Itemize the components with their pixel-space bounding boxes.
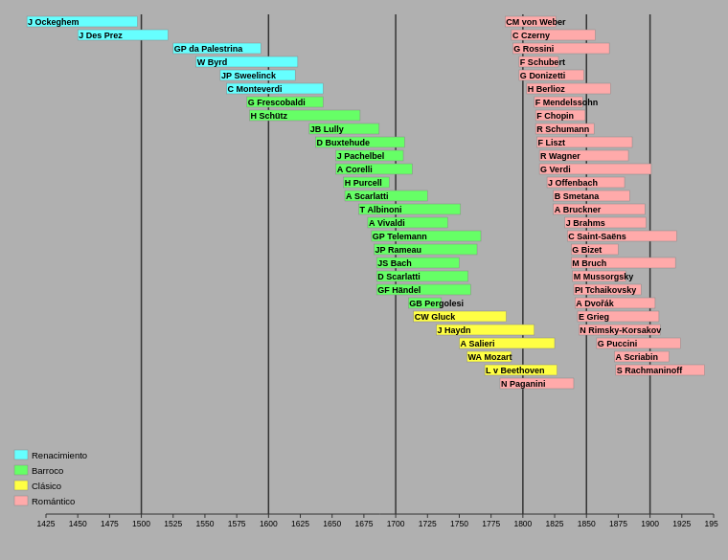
timeline-canvas — [10, 10, 718, 541]
chart-area — [10, 10, 718, 541]
